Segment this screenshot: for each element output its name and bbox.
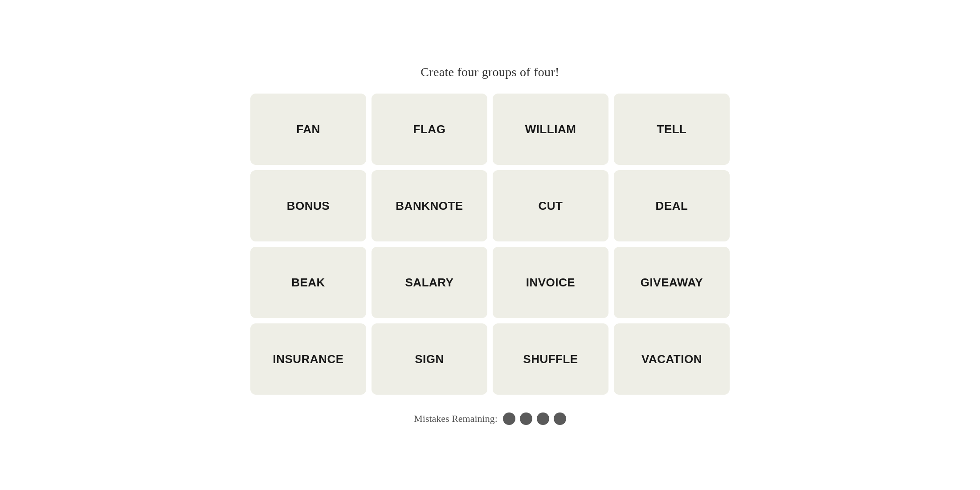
- tile-invoice[interactable]: INVOICE: [493, 247, 608, 318]
- tile-label-sign: SIGN: [415, 352, 444, 366]
- mistake-dot-3: [537, 412, 549, 425]
- tile-william[interactable]: WILLIAM: [493, 94, 608, 165]
- subtitle: Create four groups of four!: [421, 65, 559, 79]
- tile-label-salary: SALARY: [405, 276, 454, 290]
- tile-label-beak: BEAK: [291, 276, 325, 290]
- tile-label-fan: FAN: [296, 122, 320, 136]
- mistakes-container: Mistakes Remaining:: [414, 412, 566, 425]
- tile-vacation[interactable]: VACATION: [614, 323, 730, 395]
- tile-label-bonus: BONUS: [287, 199, 330, 213]
- tile-tell[interactable]: TELL: [614, 94, 730, 165]
- tile-label-vacation: VACATION: [641, 352, 702, 366]
- tile-label-insurance: INSURANCE: [273, 352, 343, 366]
- tile-shuffle[interactable]: SHUFFLE: [493, 323, 608, 395]
- tile-label-invoice: INVOICE: [526, 276, 575, 290]
- tile-label-banknote: BANKNOTE: [396, 199, 463, 213]
- tile-label-tell: TELL: [657, 122, 687, 136]
- tile-label-flag: FLAG: [413, 122, 446, 136]
- mistake-dot-1: [503, 412, 515, 425]
- mistake-dot-4: [554, 412, 566, 425]
- tile-label-deal: DEAL: [656, 199, 688, 213]
- tile-flag[interactable]: FLAG: [372, 94, 487, 165]
- mistakes-dots: [503, 412, 566, 425]
- tile-salary[interactable]: SALARY: [372, 247, 487, 318]
- tile-label-shuffle: SHUFFLE: [523, 352, 578, 366]
- page-container: Create four groups of four! FANFLAGWILLI…: [0, 65, 980, 425]
- tile-deal[interactable]: DEAL: [614, 170, 730, 241]
- tile-insurance[interactable]: INSURANCE: [250, 323, 366, 395]
- tile-label-william: WILLIAM: [525, 122, 576, 136]
- tile-giveaway[interactable]: GIVEAWAY: [614, 247, 730, 318]
- tile-label-cut: CUT: [539, 199, 563, 213]
- tile-sign[interactable]: SIGN: [372, 323, 487, 395]
- tile-fan[interactable]: FAN: [250, 94, 366, 165]
- tile-bonus[interactable]: BONUS: [250, 170, 366, 241]
- tile-beak[interactable]: BEAK: [250, 247, 366, 318]
- tile-cut[interactable]: CUT: [493, 170, 608, 241]
- tile-label-giveaway: GIVEAWAY: [641, 276, 703, 290]
- tile-banknote[interactable]: BANKNOTE: [372, 170, 487, 241]
- mistakes-label: Mistakes Remaining:: [414, 413, 498, 425]
- grid: FANFLAGWILLIAMTELLBONUSBANKNOTECUTDEALBE…: [250, 94, 730, 395]
- mistake-dot-2: [520, 412, 532, 425]
